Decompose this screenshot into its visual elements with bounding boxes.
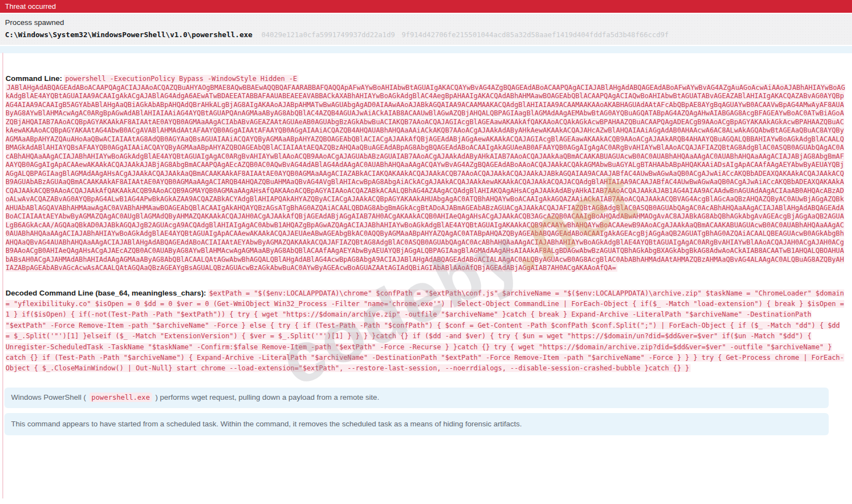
section-divider-strip	[0, 46, 852, 53]
process-details: C:\Windows\System32\WindowsPowerShell\v1…	[5, 29, 848, 39]
command-line-prefix: powershell -ExecutionPolicy Bypass -Wind…	[64, 75, 298, 83]
note-process-name: powershell.exe	[89, 393, 152, 402]
command-line-base64: JABlAHgAdABQAGEAdABoACAAPQAgACIAJAAoACQA…	[6, 84, 845, 272]
threat-detail-panel: Command Line: powershell -ExecutionPolic…	[0, 74, 852, 374]
analyst-note-wget: Windows PowerShell ( powershell.exe ) pe…	[4, 388, 829, 408]
decoded-command-script: $extPath = "$($env:LOCALAPPDATA)\chrome"…	[6, 289, 844, 373]
analyst-note-scheduled-task: This command appears to have started fro…	[4, 413, 829, 435]
process-path: C:\Windows\System32\WindowsPowerShell\v1…	[5, 30, 252, 39]
process-md5-hash: 04029e121a0cfa5991749937dd22a1d9	[261, 30, 395, 39]
process-spawned-title: Process spawned	[5, 18, 848, 27]
note-text-pre: Windows PowerShell (	[11, 393, 86, 401]
decoded-command-section: Decoded Command Line (base_64, meaningle…	[6, 288, 845, 374]
threat-banner: Threat occurred	[0, 0, 852, 13]
decoded-command-label: Decoded Command Line (base_64, meaningle…	[6, 289, 206, 297]
threat-banner-label: Threat occurred	[5, 2, 56, 11]
process-spawned-section: Process spawned C:\Windows\System32\Wind…	[0, 14, 852, 45]
command-line-label: Command Line:	[6, 74, 62, 83]
command-line-section: Command Line: powershell -ExecutionPolic…	[6, 74, 845, 273]
note-text-post: ) performs wget request, pulling down a …	[155, 393, 379, 401]
process-sha256-hash: 9f914d42706fe215501044acd85a32d58aaef141…	[402, 30, 669, 39]
note-text: This command appears to have started fro…	[11, 420, 522, 428]
